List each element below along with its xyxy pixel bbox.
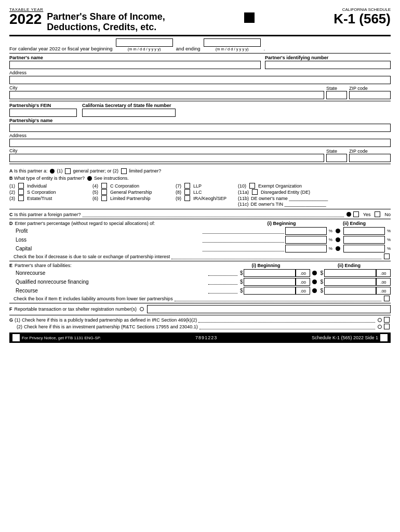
- entity-7-checkbox[interactable]: [184, 183, 190, 189]
- capital-ending-pct: %: [387, 246, 391, 251]
- section-c-no-checkbox[interactable]: [375, 211, 380, 217]
- nonrecourse-label: Nonrecourse: [16, 270, 45, 276]
- recourse-label: Recourse: [16, 288, 38, 294]
- entity-5-checkbox[interactable]: [101, 189, 107, 195]
- section-c-divider: [9, 219, 391, 219]
- entity-4-label: C Corporation: [110, 183, 139, 189]
- entity-3-checkbox[interactable]: [18, 195, 24, 201]
- entity-3-num: (3): [9, 196, 15, 201]
- entity-10: (10) Exempt Organization: [238, 183, 391, 189]
- section-f-circle: [140, 307, 144, 311]
- section-c-letter: C: [9, 212, 13, 217]
- fiscal-year-end-input[interactable]: [204, 38, 261, 47]
- section-c-bullet: [346, 212, 351, 217]
- nonrecourse-bullet: [312, 271, 317, 275]
- section-a-limited-checkbox[interactable]: [121, 168, 127, 174]
- entity-11a-num: (11a): [238, 190, 249, 195]
- section-a-item1: (1): [57, 168, 64, 174]
- entity-11b-num: (11b): [238, 196, 249, 201]
- profit-beginning-input[interactable]: [285, 227, 327, 235]
- profit-beginning-pct: %: [329, 229, 332, 233]
- ca-sec-input[interactable]: [82, 109, 176, 117]
- entity-2-checkbox[interactable]: [18, 189, 24, 195]
- and-ending-label: and ending: [176, 46, 201, 51]
- partner-name-input[interactable]: [9, 61, 261, 69]
- nonrecourse-begin-input[interactable]: [244, 269, 296, 277]
- partnership-state-input[interactable]: [326, 154, 347, 162]
- loss-ending-input[interactable]: [343, 236, 385, 244]
- entity-8-checkbox[interactable]: [184, 189, 190, 195]
- recourse-end-input[interactable]: [324, 287, 376, 295]
- profit-ending-input[interactable]: [343, 227, 385, 235]
- partnership-address-input[interactable]: [9, 139, 391, 147]
- recourse-begin-cents: .00: [296, 287, 310, 295]
- section-a-letter: A: [9, 168, 13, 174]
- recourse-dollar-begin: $: [240, 288, 243, 294]
- section-d-beginning-header: (i) Beginning: [245, 221, 318, 226]
- entity-11b: (11b) DE owner's name _______________: [238, 195, 391, 201]
- section-d-decrease-checkbox[interactable]: [384, 254, 390, 259]
- section-e-ending-header: (ii) Ending: [308, 263, 391, 268]
- partner-address-label: Address: [9, 70, 391, 75]
- qualified-end-input[interactable]: [324, 278, 376, 286]
- entity-2-num: (2): [9, 190, 15, 195]
- partner-state-input[interactable]: [326, 91, 347, 99]
- section-c-text: Is this partner a foreign partner?: [15, 212, 81, 217]
- section-b: B What type of entity is this partner? S…: [9, 175, 391, 182]
- qualified-bullet: [312, 280, 317, 284]
- nonrecourse-end-input[interactable]: [324, 269, 376, 277]
- loss-label: Loss: [16, 237, 26, 243]
- entity-4-num: (4): [92, 183, 98, 189]
- section-g-row1-checkbox[interactable]: [384, 317, 390, 323]
- entity-9-checkbox[interactable]: [184, 195, 190, 201]
- entity-9-num: (9): [176, 196, 181, 201]
- partner-zip-input[interactable]: [349, 91, 391, 99]
- section-e-check-text: Check the box if Item E includes liabili…: [14, 296, 173, 301]
- section-g-row2-checkbox[interactable]: [384, 324, 390, 329]
- entity-11a-label: Disregarded Entity (DE): [261, 190, 310, 195]
- section-d-capital-row: Capital % %: [9, 245, 391, 252]
- loss-beginning-input[interactable]: [285, 236, 327, 244]
- section-g-row2-circle: [378, 325, 382, 329]
- capital-beginning-input[interactable]: [285, 245, 327, 252]
- partnership-zip-input[interactable]: [349, 154, 391, 162]
- partner-address-input[interactable]: [9, 76, 391, 84]
- title-line1: Partner's Share of Income,: [47, 12, 165, 22]
- entity-7: (7) LLP: [176, 183, 238, 189]
- section-a-text: Is this partner a:: [14, 168, 49, 174]
- section-g-row1-num: (1): [15, 317, 20, 323]
- section-b-see-instructions: See instructions.: [94, 176, 129, 181]
- fein-input[interactable]: [9, 109, 77, 117]
- partnership-name-input[interactable]: [9, 124, 391, 132]
- section-d-ending-header: (ii) Ending: [318, 221, 391, 226]
- section-c-yes-checkbox[interactable]: [353, 211, 359, 217]
- section-e-text: Partner's share of liabilities:: [15, 263, 72, 268]
- section-a-general-checkbox[interactable]: [65, 168, 71, 174]
- section-e-lower-tier-checkbox[interactable]: [384, 296, 390, 301]
- partner-city-label: City: [9, 85, 324, 90]
- entity-4: (4) C Corporation: [92, 183, 176, 189]
- profit-bullet: [336, 229, 340, 233]
- fiscal-year-start-input[interactable]: [116, 38, 173, 47]
- partnership-zip-label: ZIP code: [349, 149, 368, 154]
- capital-ending-input[interactable]: [343, 245, 385, 252]
- recourse-end-cents: .00: [376, 287, 391, 295]
- section-f: F Reportable transaction or tax shelter …: [9, 305, 391, 313]
- entity-1-checkbox[interactable]: [18, 183, 24, 189]
- entity-7-label: LLP: [193, 183, 202, 189]
- section-c: C Is this partner a foreign partner? Yes…: [9, 211, 391, 217]
- section-g: G (1) Check here if this is a publicly t…: [9, 317, 391, 329]
- partnership-city-input[interactable]: [9, 154, 324, 162]
- entity-11a-checkbox[interactable]: [252, 189, 258, 195]
- entity-10-checkbox[interactable]: [249, 183, 255, 189]
- section-f-input[interactable]: [147, 305, 391, 313]
- partner-id-input[interactable]: [265, 61, 391, 69]
- entity-6-checkbox[interactable]: [101, 195, 107, 201]
- section-g-row2: (2) Check here if this is an investment …: [9, 324, 391, 329]
- entity-4-checkbox[interactable]: [101, 183, 107, 189]
- recourse-begin-input[interactable]: [244, 287, 296, 295]
- section-e-nonrecourse-row: Nonrecourse $ .00 $ .00: [9, 269, 391, 277]
- footer-code: 7891223: [195, 335, 217, 340]
- qualified-begin-input[interactable]: [244, 278, 296, 286]
- partner-city-input[interactable]: [9, 91, 324, 99]
